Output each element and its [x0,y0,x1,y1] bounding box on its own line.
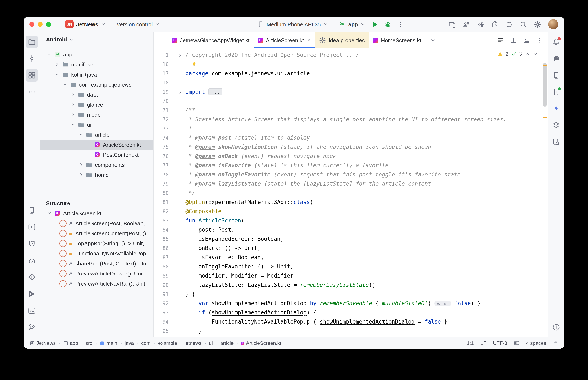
line-number[interactable]: 91 [154,291,169,297]
line-number[interactable]: 76 [154,153,169,159]
line-number[interactable]: 88 [154,264,169,270]
structure-icon[interactable] [25,69,38,81]
next-highlight-button[interactable] [533,51,538,57]
line-number[interactable]: 86 [154,245,169,251]
project-tree-item[interactable]: kotlin+java [40,69,153,79]
chevron-right-icon[interactable] [70,111,77,118]
structure-item[interactable]: fArticleScreen(Post, Boolean, [40,218,153,228]
code-with-me-icon[interactable] [463,21,470,28]
breadcrumb-item[interactable]: jetnews [184,340,202,346]
split-editor-icon[interactable] [510,37,517,43]
breadcrumb-item[interactable]: ui [209,340,213,346]
breadcrumb-item[interactable]: example [158,340,177,346]
device-selector[interactable]: Medium Phone API 35 [257,21,328,28]
line-number[interactable]: 74 [154,135,169,141]
services-icon[interactable] [25,221,38,233]
editor-tab[interactable]: KArticleScreen.kt× [254,32,315,48]
structure-item[interactable]: fPreviewArticleDrawer(): Unit [40,268,153,278]
line-number[interactable]: 75 [154,144,169,150]
commit-icon[interactable] [25,52,38,65]
breadcrumb-item[interactable]: article [220,340,234,346]
scrollbar-thumb[interactable] [543,63,547,107]
device-manager-icon[interactable] [550,69,563,81]
fold-arrow-icon[interactable] [169,53,185,57]
breadcrumb-item[interactable]: KArticleScreen.kt [241,340,281,346]
project-tree-item[interactable]: article [40,130,153,140]
gemini-icon[interactable] [550,102,563,115]
structure-item[interactable]: fArticleScreenContent(Post, () [40,228,153,238]
line-number[interactable]: 70 [154,98,169,104]
breadcrumb-item[interactable]: java [125,340,134,346]
line-number[interactable]: 73 [154,126,169,132]
chevron-down-icon[interactable] [54,71,61,78]
line-number[interactable]: 80 [154,190,169,196]
caret-position-widget[interactable]: 1:1 [467,340,474,346]
line-number[interactable]: 72 [154,117,169,122]
line-number[interactable]: 79 [154,181,169,187]
line-number[interactable]: 1 [154,52,169,58]
chevron-right-icon[interactable] [70,91,77,98]
google-play-icon[interactable] [25,288,38,300]
terminal-icon[interactable] [25,304,38,317]
app-quality-insights-icon[interactable] [25,271,38,284]
previous-highlight-button[interactable] [525,51,530,57]
chevron-right-icon[interactable] [70,101,77,108]
project-tree-item[interactable]: components [40,160,153,170]
line-number[interactable]: 16 [154,61,169,67]
breadcrumb-item[interactable]: JetNews [30,340,56,346]
line-number[interactable]: 87 [154,255,169,260]
structure-root-item[interactable]: KArticleScreen.kt [40,208,153,218]
chevron-right-icon[interactable] [54,61,61,68]
problems-icon[interactable] [550,321,563,334]
chevron-down-icon[interactable] [46,210,53,217]
line-number[interactable]: 93 [154,310,169,316]
line-number[interactable]: 83 [154,218,169,224]
fold-arrow-icon[interactable] [169,90,185,94]
device-manager-icon[interactable] [25,204,38,217]
structure-item[interactable]: fPreviewArticleNavRail(): Unit [40,278,153,288]
line-number[interactable]: 18 [154,80,169,86]
intention-bulb-icon[interactable] [191,61,197,67]
project-tree-item[interactable]: KArticleScreen.kt [40,140,153,150]
more-icon[interactable] [25,86,38,98]
line-number[interactable]: 92 [154,301,169,306]
chevron-down-icon[interactable] [46,51,53,58]
device-mirror-icon[interactable] [449,21,456,28]
zoom-button[interactable] [46,22,51,27]
line-number[interactable]: 85 [154,236,169,242]
structure-item[interactable]: fFunctionalityNotAvailablePop [40,248,153,258]
indent-widget[interactable]: 4 spaces [526,340,546,346]
editor-tab[interactable]: idea.properties [315,32,369,48]
hidden-tabs-dropdown[interactable] [430,32,435,48]
line-number[interactable]: 90 [154,282,169,288]
editor-more-icon[interactable] [536,37,543,43]
inspections-widget[interactable]: 2 3 [498,51,538,57]
line-number[interactable]: 89 [154,273,169,279]
project-tree-item[interactable]: KPostContent.kt [40,150,153,160]
project-widget[interactable]: JN JetNews [65,20,106,28]
code-editor[interactable]: 1/ Copyright 2020 The Android Open Sourc… [154,49,548,337]
line-number[interactable]: 82 [154,209,169,214]
project-tree-item[interactable]: model [40,110,153,120]
chevron-down-icon[interactable] [70,121,77,128]
editor-list-icon[interactable] [497,37,504,43]
breadcrumb-item[interactable]: com [141,340,151,346]
close-icon[interactable]: × [307,37,311,43]
structure-item[interactable]: fTopAppBar(String, () -> Unit, [40,238,153,248]
line-number[interactable]: 77 [154,163,169,169]
project-tree-item[interactable]: manifests [40,59,153,69]
notifications-icon[interactable] [550,36,563,48]
structure-item[interactable]: fsharePost(Post, Context): Un [40,258,153,268]
debug-button[interactable] [385,21,391,28]
plugins-icon[interactable] [491,21,498,28]
chevron-right-icon[interactable] [78,161,84,168]
line-number[interactable]: 94 [154,319,169,325]
line-number[interactable]: 95 [154,328,169,334]
profiler-icon[interactable] [25,254,38,267]
project-tree-item[interactable]: ui [40,120,153,130]
minimize-button[interactable] [38,22,43,27]
sync-icon[interactable] [506,21,513,28]
chevron-right-icon[interactable] [78,171,84,178]
breadcrumb-item[interactable]: app [63,340,78,346]
project-tree-item[interactable]: glance [40,99,153,110]
